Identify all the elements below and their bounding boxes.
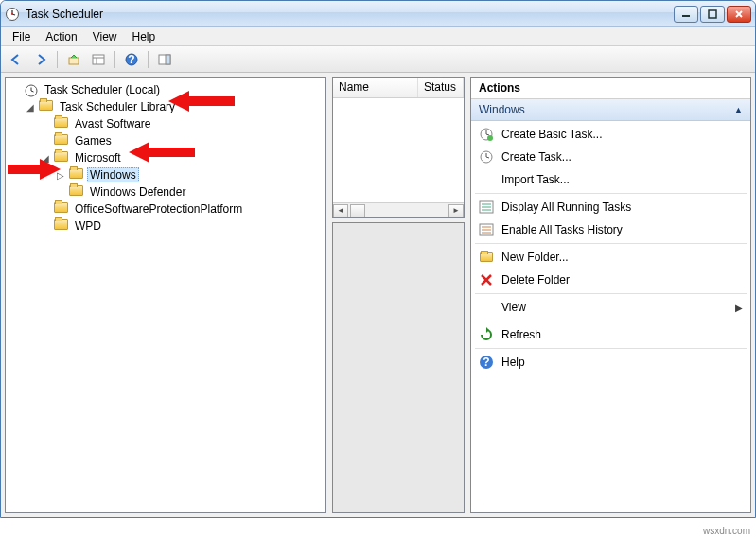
maximize-button[interactable] [700,6,725,23]
collapse-icon: ▲ [734,105,743,114]
tree-label: Windows Defender [87,185,188,199]
scroll-thumb[interactable] [350,204,365,217]
separator [475,193,747,194]
folder-icon [479,250,494,265]
action-label: Import Task... [501,173,570,186]
scheduler-icon [24,83,39,96]
tree-root[interactable]: Task Scheduler (Local) [9,81,322,98]
action-create-basic-task[interactable]: Create Basic Task... [471,123,750,146]
forward-button[interactable] [29,49,52,70]
tree-pane: Task Scheduler (Local) ◢ Task Scheduler … [5,77,326,513]
svg-point-3 [11,13,13,15]
column-status[interactable]: Status [418,78,464,97]
history-icon [479,222,494,237]
action-import-task[interactable]: Import Task... [471,168,750,191]
tree-label: Avast Software [72,117,153,130]
tree-label: Task Scheduler Library [57,100,178,113]
tree-ospp[interactable]: OfficeSoftwareProtectionPlatform [40,200,322,217]
scroll-left-icon[interactable]: ◄ [333,204,348,217]
action-new-folder[interactable]: New Folder... [471,246,750,269]
separator [475,293,747,294]
task-icon [479,127,494,142]
list-icon [479,200,494,215]
svg-text:?: ? [128,53,134,66]
menu-view[interactable]: View [85,28,125,45]
svg-text:?: ? [483,356,489,369]
actions-context-label: Windows [479,103,525,116]
action-label: Create Basic Task... [501,128,603,141]
properties-button[interactable] [87,49,110,70]
toolbar: ? [1,46,755,73]
annotation-arrow [129,142,195,163]
close-button[interactable] [727,6,751,23]
toolbar-separator [148,51,149,68]
action-label: New Folder... [501,251,569,264]
tree-label: OfficeSoftwareProtectionPlatform [72,202,245,216]
up-button[interactable] [62,49,85,70]
show-hide-button[interactable] [153,49,176,70]
tree-defender[interactable]: Windows Defender [55,183,322,200]
folder-icon [54,202,69,216]
help-button[interactable]: ? [120,49,143,70]
column-name[interactable]: Name [333,78,418,97]
action-create-task[interactable]: Create Task... [471,146,750,168]
action-label: View [501,301,526,314]
app-window: Task Scheduler File Action View Help ? [0,0,756,518]
svg-rect-15 [166,55,170,64]
tree-label: Games [72,134,114,148]
svg-marker-20 [129,142,195,163]
svg-marker-19 [168,91,235,112]
tree-wpd[interactable]: WPD [40,217,322,234]
action-help[interactable]: ? Help [471,351,750,373]
toolbar-separator [57,51,58,68]
toolbar-separator [114,51,115,68]
action-label: Enable All Tasks History [501,223,623,236]
watermark: wsxdn.com [703,526,750,536]
minimize-button[interactable] [674,6,698,23]
scroll-right-icon[interactable]: ► [448,204,464,217]
tree-label: Task Scheduler (Local) [42,83,163,96]
menu-file[interactable]: File [5,28,38,45]
titlebar[interactable]: Task Scheduler [1,1,755,27]
svg-rect-8 [69,58,79,64]
action-label: Create Task... [501,150,571,164]
action-label: Refresh [501,328,541,341]
separator [475,321,747,321]
actions-pane: Actions Windows ▲ Create Basic Task... C… [470,77,751,513]
details-pane [332,222,465,513]
annotation-arrow [168,91,235,112]
list-header: Name Status [333,78,464,98]
action-label: Delete Folder [501,273,570,286]
tree-windows[interactable]: ▷Windows [55,166,322,183]
collapse-icon[interactable]: ◢ [25,102,36,113]
blank-icon [479,172,494,187]
separator [475,348,747,349]
action-enable-history[interactable]: Enable All Tasks History [471,218,750,241]
refresh-icon [479,327,494,342]
actions-title: Actions [471,78,750,99]
tree-label: Windows [87,167,139,182]
help-icon: ? [479,355,494,370]
folder-icon [69,168,84,182]
svg-rect-5 [709,10,716,18]
tasks-pane: Name Status ◄ ► [332,77,465,513]
svg-marker-39 [486,327,489,333]
action-delete-folder[interactable]: Delete Folder [471,269,750,291]
separator [475,243,747,244]
action-label: Help [501,356,525,369]
horizontal-scrollbar[interactable]: ◄ ► [333,202,464,217]
action-view[interactable]: View ▶ [471,296,750,319]
folder-icon [39,100,54,113]
tree-avast[interactable]: Avast Software [40,115,322,132]
action-label: Display All Running Tasks [501,200,631,214]
actions-context-header[interactable]: Windows ▲ [471,99,750,121]
menu-action[interactable]: Action [38,28,84,45]
back-button[interactable] [5,49,27,70]
menu-help[interactable]: Help [125,28,164,45]
action-refresh[interactable]: Refresh [471,323,750,346]
svg-marker-21 [8,159,61,180]
task-list[interactable] [333,98,464,202]
action-display-running[interactable]: Display All Running Tasks [471,196,750,218]
folder-icon [54,117,69,130]
app-icon [5,7,20,22]
